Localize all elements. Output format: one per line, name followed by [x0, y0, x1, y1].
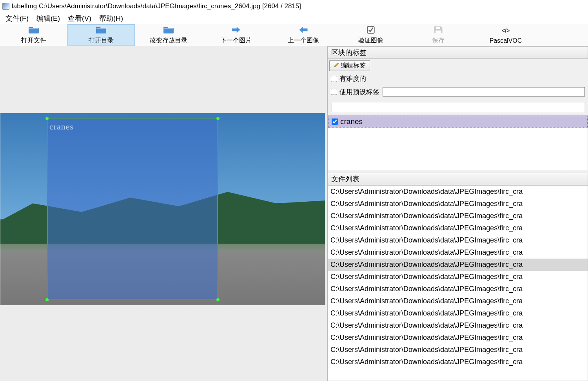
toolbar-next-image-label: 下一个图片: [220, 36, 252, 45]
toolbar: 打开文件打开目录改变存放目录下一个图片上一个图像验证图像保存</>PascalV…: [0, 24, 588, 46]
window-title: labelImg C:\Users\Administrator\Download…: [12, 2, 301, 10]
file-list-item[interactable]: C:\Users\Administrator\Downloads\data\JP…: [328, 271, 588, 283]
toolbar-save-label: 保存: [432, 36, 445, 45]
bbox-handle-top-right[interactable]: [216, 117, 220, 120]
file-list-header: 文件列表: [328, 173, 588, 185]
label-checkbox[interactable]: [332, 118, 338, 125]
block-label-header: 区块的标签: [328, 46, 588, 59]
bbox-handle-bottom-left[interactable]: [45, 298, 49, 301]
file-list-item[interactable]: C:\Users\Administrator\Downloads\data\JP…: [328, 319, 588, 332]
difficult-checkbox-row[interactable]: 有难度的: [328, 73, 588, 85]
menu-edit[interactable]: 编辑(E): [33, 13, 64, 24]
toolbar-change-save-dir-label: 改变存放目录: [150, 36, 187, 45]
file-list-item[interactable]: C:\Users\Administrator\Downloads\data\JP…: [328, 283, 588, 295]
svg-rect-1: [436, 27, 440, 29]
file-list-item[interactable]: C:\Users\Administrator\Downloads\data\JP…: [328, 222, 588, 234]
file-list-item[interactable]: C:\Users\Administrator\Downloads\data\JP…: [328, 259, 588, 271]
file-list-item[interactable]: C:\Users\Administrator\Downloads\data\JP…: [328, 198, 588, 210]
file-list[interactable]: C:\Users\Administrator\Downloads\data\JP…: [328, 185, 588, 381]
label-name: cranes: [340, 117, 363, 126]
titlebar: labelImg C:\Users\Administrator\Download…: [0, 0, 588, 13]
toolbar-open-file-button[interactable]: 打开文件: [0, 24, 67, 46]
menu-file[interactable]: 文件(F): [2, 13, 33, 24]
svg-rect-2: [436, 31, 441, 33]
bbox-handle-top-left[interactable]: [45, 117, 49, 120]
label-list[interactable]: cranes: [328, 115, 588, 170]
toolbar-open-file-label: 打开文件: [21, 36, 46, 45]
edit-label-button[interactable]: 编辑标签: [329, 60, 370, 71]
toolbar-open-dir-label: 打开目录: [89, 36, 114, 45]
toolbar-format-label: PascalVOC: [490, 37, 522, 44]
file-list-item[interactable]: C:\Users\Administrator\Downloads\data\JP…: [328, 307, 588, 319]
menu-help[interactable]: 帮助(H): [95, 13, 127, 24]
menubar: 文件(F)编辑(E)查看(V)帮助(H): [0, 13, 588, 24]
menu-view[interactable]: 查看(V): [64, 13, 95, 24]
use-default-label-text: 使用预设标签: [339, 88, 379, 97]
check-icon: [365, 26, 376, 36]
save-icon: [433, 26, 444, 36]
preset-label-row: 使用预设标签: [328, 85, 588, 100]
toolbar-prev-image-button[interactable]: 上一个图像: [270, 24, 337, 46]
label-search-row: [328, 100, 588, 115]
folder-icon: [28, 26, 39, 36]
toolbar-next-image-button[interactable]: 下一个图片: [202, 24, 270, 46]
file-list-item[interactable]: C:\Users\Administrator\Downloads\data\JP…: [328, 210, 588, 222]
difficult-checkbox[interactable]: [331, 76, 337, 82]
file-list-item[interactable]: C:\Users\Administrator\Downloads\data\JP…: [328, 332, 588, 344]
folder-icon: [96, 26, 107, 36]
file-list-item[interactable]: C:\Users\Administrator\Downloads\data\JP…: [328, 295, 588, 307]
toolbar-format-button[interactable]: </>PascalVOC: [472, 24, 539, 46]
bbox-handle-bottom-right[interactable]: [216, 298, 220, 301]
app-icon: [2, 3, 9, 10]
folder-icon: [163, 26, 174, 36]
file-list-item[interactable]: C:\Users\Administrator\Downloads\data\JP…: [328, 356, 588, 368]
use-default-label-row[interactable]: 使用预设标签: [331, 88, 379, 97]
label-search-input[interactable]: [332, 103, 584, 112]
svg-text:</>: </>: [502, 27, 510, 34]
toolbar-verify-image-button[interactable]: 验证图像: [337, 24, 405, 46]
file-list-item[interactable]: C:\Users\Administrator\Downloads\data\JP…: [328, 344, 588, 356]
arrow-left-icon: [298, 26, 309, 36]
bounding-box-label: cranes: [49, 122, 74, 132]
code-icon: </>: [500, 26, 511, 36]
edit-label-text: 编辑标签: [341, 62, 366, 70]
default-label-input[interactable]: [383, 87, 585, 97]
toolbar-verify-image-label: 验证图像: [358, 36, 383, 45]
file-list-item[interactable]: C:\Users\Administrator\Downloads\data\JP…: [328, 246, 588, 259]
difficult-label: 有难度的: [339, 74, 366, 83]
use-default-label-checkbox[interactable]: [331, 89, 337, 95]
file-list-item[interactable]: C:\Users\Administrator\Downloads\data\JP…: [328, 234, 588, 246]
toolbar-save-button: 保存: [405, 24, 472, 46]
arrow-right-icon: [230, 26, 241, 36]
canvas-area[interactable]: cranes: [0, 46, 327, 381]
toolbar-change-save-dir-button[interactable]: 改变存放目录: [135, 24, 202, 46]
pencil-icon: [334, 62, 339, 69]
toolbar-prev-image-label: 上一个图像: [288, 36, 319, 45]
side-panel: 区块的标签 编辑标签 有难度的 使用预设标签 cranes 文件列表 C:\U: [327, 46, 588, 381]
label-list-item[interactable]: cranes: [328, 116, 588, 128]
toolbar-open-dir-button[interactable]: 打开目录: [67, 24, 135, 46]
bounding-box[interactable]: [47, 118, 218, 300]
main-area: cranes 区块的标签 编辑标签 有难度的 使用预设标签: [0, 46, 588, 381]
file-list-item[interactable]: C:\Users\Administrator\Downloads\data\JP…: [328, 186, 588, 198]
